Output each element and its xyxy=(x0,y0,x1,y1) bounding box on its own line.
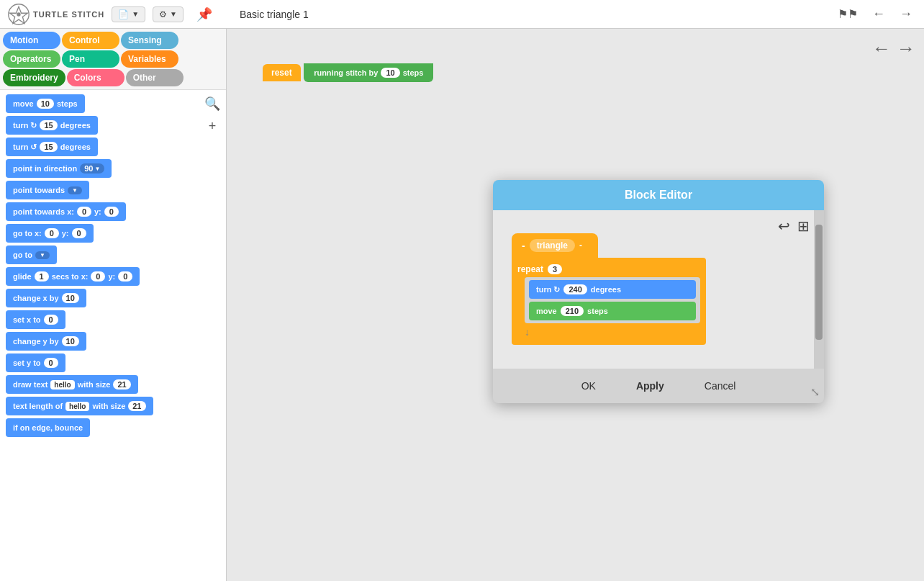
text-length-block[interactable]: text length of hello with size 21 xyxy=(6,397,153,415)
apply-button[interactable]: Apply xyxy=(630,377,670,395)
repeat-count-value[interactable]: 3 xyxy=(548,264,562,274)
category-variables[interactable]: Variables xyxy=(121,50,178,68)
nav-arrows: ← → xyxy=(872,37,915,60)
redo-button[interactable]: → xyxy=(895,5,917,23)
add-block-button[interactable]: + xyxy=(204,119,220,134)
variables-label: Variables xyxy=(128,54,166,64)
turn-ccw-block[interactable]: turn ↺ 15 degrees xyxy=(6,138,98,156)
move-steps-value[interactable]: 10 xyxy=(37,99,54,109)
glide-y-value[interactable]: 0 xyxy=(118,271,132,282)
text-length-size-value[interactable]: 21 xyxy=(128,401,145,411)
category-other[interactable]: Other xyxy=(126,69,184,86)
if-on-edge-block[interactable]: if on edge, bounce xyxy=(6,418,90,437)
editor-move-label: move xyxy=(536,307,557,315)
editor-blocks-container: - triangle - repeat 3 xyxy=(512,233,812,345)
top-icon-button[interactable]: ⚑⚑ xyxy=(833,5,862,23)
category-embroidery[interactable]: Embroidery xyxy=(3,69,65,86)
point-towards-y-value[interactable]: 0 xyxy=(104,207,119,217)
editor-turn-degrees-value[interactable]: 240 xyxy=(563,284,586,294)
turn-cw-block[interactable]: turn ↻ 15 degrees xyxy=(6,116,98,135)
block-editor-toolbar: ↩ ⊞ xyxy=(778,217,810,235)
pin-button[interactable]: 📌 xyxy=(191,4,218,24)
editor-repeat-block[interactable]: repeat 3 xyxy=(517,264,562,274)
editor-hat-block[interactable]: - triangle - xyxy=(512,233,598,258)
glide-label: glide xyxy=(13,272,32,281)
draw-text-block[interactable]: draw text hello with size 21 xyxy=(6,375,138,394)
turn-cw-degrees-value[interactable]: 15 xyxy=(40,120,57,130)
ok-button[interactable]: OK xyxy=(576,377,602,395)
left-panel: Motion Control Sensing Operators Pen Var… xyxy=(0,29,227,581)
point-direction-value[interactable]: 90 xyxy=(80,163,104,174)
go-to-dropdown[interactable] xyxy=(35,251,50,259)
point-towards-dropdown[interactable] xyxy=(68,186,82,194)
editor-move-steps-label: steps xyxy=(587,307,608,315)
nav-back-button[interactable]: ← xyxy=(872,37,891,60)
editor-turn-block[interactable]: turn ↻ 240 degrees xyxy=(529,280,696,299)
running-stitch-value[interactable]: 10 xyxy=(381,68,399,78)
go-to-y-value[interactable]: 0 xyxy=(72,228,86,238)
editor-undo-icon: ↩ xyxy=(778,218,790,234)
set-y-to-block[interactable]: set y to 0 xyxy=(6,353,65,372)
nav-forward-button[interactable]: → xyxy=(897,37,915,60)
draw-text-label: draw text xyxy=(13,380,47,389)
category-motion[interactable]: Motion xyxy=(3,32,60,49)
go-to-y-label: y: xyxy=(62,229,69,238)
glide-block[interactable]: glide 1 secs to x: 0 y: 0 xyxy=(6,267,140,286)
block-editor-scrollbar[interactable] xyxy=(814,210,824,369)
search-button[interactable]: 🔍 xyxy=(204,96,220,112)
change-y-by-value[interactable]: 10 xyxy=(62,336,79,346)
editor-move-steps-value[interactable]: 210 xyxy=(561,306,584,316)
change-x-by-block[interactable]: change x by 10 xyxy=(6,289,86,307)
editor-undo-button[interactable]: ↩ xyxy=(778,217,790,235)
glide-secs-label: secs to x: xyxy=(52,272,89,281)
set-y-to-value[interactable]: 0 xyxy=(44,358,58,368)
sensing-label: Sensing xyxy=(128,35,162,45)
resize-handle[interactable]: ⤡ xyxy=(810,385,820,399)
change-x-by-label: change x by xyxy=(13,294,59,302)
change-y-by-label: change y by xyxy=(13,337,59,346)
change-y-by-block[interactable]: change y by 10 xyxy=(6,332,86,351)
motion-label: Motion xyxy=(10,35,38,45)
turn-ccw-degrees-value[interactable]: 15 xyxy=(40,142,57,152)
go-to-xy-block[interactable]: go to x: 0 y: 0 xyxy=(6,224,94,243)
block-editor-body: ↩ ⊞ - triangle - xyxy=(493,210,824,369)
running-stitch-block[interactable]: running stitch by 10 steps xyxy=(304,63,433,82)
editor-move-block[interactable]: move 210 steps xyxy=(529,302,696,320)
cancel-button[interactable]: Cancel xyxy=(699,377,742,395)
draw-text-value[interactable]: hello xyxy=(50,380,74,389)
go-to-x-value[interactable]: 0 xyxy=(45,228,59,238)
glide-secs-value[interactable]: 1 xyxy=(35,271,49,282)
editor-inner-blocks: turn ↻ 240 degrees move 210 steps xyxy=(525,277,700,323)
category-colors[interactable]: Colors xyxy=(67,69,124,86)
change-x-by-value[interactable]: 10 xyxy=(62,293,79,303)
set-x-to-value[interactable]: 0 xyxy=(44,315,58,325)
point-towards-block[interactable]: point towards xyxy=(6,181,89,199)
text-length-size-label: with size xyxy=(92,402,125,410)
go-to-block[interactable]: go to xyxy=(6,246,57,264)
undo-button[interactable]: ← xyxy=(868,5,889,23)
stage-reset-block[interactable]: reset running stitch by 10 steps xyxy=(263,63,433,82)
set-x-to-block[interactable]: set x to 0 xyxy=(6,310,65,329)
editor-grid-button[interactable]: ⊞ xyxy=(797,217,810,235)
draw-text-size-value[interactable]: 21 xyxy=(113,379,130,389)
file-button[interactable]: 📄 ▼ xyxy=(112,6,145,22)
point-towards-y-label: y: xyxy=(94,207,101,216)
move-block[interactable]: move 10 steps xyxy=(6,94,85,113)
block-editor-modal: Block Editor ↩ ⊞ - triangle - xyxy=(493,180,824,403)
point-towards-x-value[interactable]: 0 xyxy=(77,207,91,217)
editor-turn-degrees-label: degrees xyxy=(591,285,621,294)
point-direction-block[interactable]: point in direction 90 xyxy=(6,159,112,178)
if-on-edge-label: if on edge, bounce xyxy=(13,423,83,432)
category-operators[interactable]: Operators xyxy=(3,50,60,68)
category-control[interactable]: Control xyxy=(62,32,119,49)
category-pen[interactable]: Pen xyxy=(62,50,119,68)
point-towards-xy-block[interactable]: point towards x: 0 y: 0 xyxy=(6,202,126,221)
settings-dropdown-arrow: ▼ xyxy=(170,10,177,18)
category-sensing[interactable]: Sensing xyxy=(121,32,178,49)
editor-hat-label[interactable]: triangle xyxy=(530,239,575,252)
text-length-value[interactable]: hello xyxy=(65,402,89,411)
set-x-to-label: set x to xyxy=(13,315,41,324)
glide-x-value[interactable]: 0 xyxy=(91,271,105,282)
settings-button[interactable]: ⚙ ▼ xyxy=(153,6,184,22)
nav-forward-icon: → xyxy=(897,37,915,59)
